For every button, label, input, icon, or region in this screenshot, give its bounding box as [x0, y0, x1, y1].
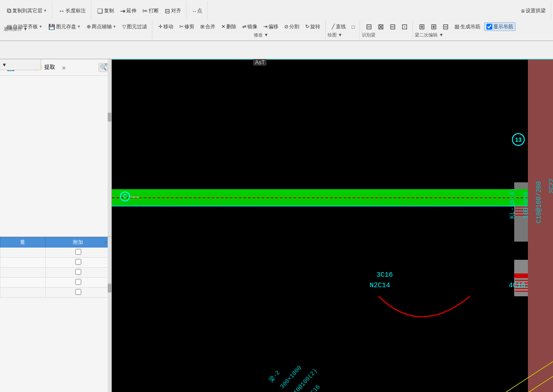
- beam-edit2-icon: ⊞: [431, 22, 437, 31]
- rotate-btn[interactable]: ↻ 旋转: [303, 22, 323, 31]
- trim-btn[interactable]: ✄ 修剪: [177, 22, 197, 31]
- two-point-icon: ⊕: [87, 24, 91, 30]
- extend-btn[interactable]: ⇥ 延伸: [118, 6, 139, 15]
- col1-cell: [0, 258, 46, 268]
- col2-cell[interactable]: [45, 288, 111, 298]
- panel-bottom-scrollbar[interactable]: [108, 237, 111, 392]
- show-stirrup-checkbox[interactable]: [486, 24, 492, 30]
- row1-checkbox[interactable]: [75, 249, 81, 255]
- offset-icon: ⇥: [263, 24, 267, 30]
- top-border-line: [112, 59, 553, 60]
- divide-btn[interactable]: ⊘ 分割: [282, 22, 302, 31]
- copy-to-other-btn[interactable]: ⧉ 复制到其它层 ▼: [5, 6, 49, 15]
- 300x600-label: 300×600: [522, 192, 530, 219]
- delete-icon: ✕: [221, 24, 225, 30]
- length-mark-icon: ↔: [58, 7, 65, 15]
- beam-edit3-btn[interactable]: ⊟: [440, 21, 451, 32]
- yellow-diagonal: [422, 319, 553, 392]
- kl16-label: KL-16(4): [509, 188, 516, 219]
- group-label-beam-edit: 梁二次编辑 ▼: [415, 32, 443, 38]
- two-point-axis-btn[interactable]: ⊕ 两点辅轴 ▼: [84, 22, 119, 31]
- table-row: [0, 288, 111, 298]
- bottom-scrollbar-thumb[interactable]: [108, 284, 111, 293]
- panel-more-btn[interactable]: »: [62, 64, 66, 71]
- col1-cell: [0, 288, 46, 298]
- recog-filter4-btn[interactable]: ⊡: [399, 21, 410, 32]
- row4-checkbox[interactable]: [75, 279, 81, 285]
- cad-canvas: KL-16(4) 300×600 C10@100/200 2C22 13 3C1…: [112, 59, 553, 392]
- trim-icon: ✄: [179, 24, 183, 30]
- beam-edit3-icon: ⊟: [443, 22, 449, 31]
- row3-checkbox[interactable]: [75, 269, 81, 275]
- set-beam-icon: ≡: [521, 7, 525, 15]
- c-circle-label: C: [120, 191, 130, 201]
- copy-icon: ❑: [97, 7, 103, 15]
- dropdown-arrow-icon: ▼: [43, 9, 47, 13]
- point-icon: ·∙: [193, 7, 196, 15]
- align-btn[interactable]: ⊟ 对齐: [162, 6, 183, 15]
- toolbar: ⧉ 复制到其它层 ▼ ↔ 长度标注 ❑ 复制 ⇥ 延伸: [0, 0, 553, 59]
- align-icon: ⊟: [165, 7, 170, 15]
- panel-top: × 💾 存档 📂 提取 » 🔍: [0, 59, 111, 237]
- axis-arrow-icon: ▼: [113, 25, 116, 29]
- row2-checkbox[interactable]: [75, 259, 81, 265]
- line-icon: ╱: [332, 24, 335, 30]
- mirror-icon: ⇌: [242, 24, 246, 30]
- beam-bottom-border: [112, 206, 528, 206]
- break-btn[interactable]: ✂ 打断: [140, 6, 161, 15]
- show-stirrup-btn[interactable]: 显示吊筋: [484, 22, 516, 31]
- col2-cell[interactable]: [45, 278, 111, 288]
- dropdown-row[interactable]: ▼: [0, 59, 41, 70]
- point-btn[interactable]: ·∙ 点: [190, 6, 204, 15]
- col1-cell: [0, 278, 46, 288]
- recog-icon1: ⊟: [366, 22, 372, 31]
- recog-filter2-btn[interactable]: ⊠: [376, 21, 386, 32]
- beam-edit1-btn[interactable]: ⊞: [417, 21, 427, 32]
- 2c22-label: 2C22: [548, 178, 553, 194]
- delete-btn[interactable]: ✕ 删除: [219, 22, 239, 31]
- beam-top-area: [112, 59, 528, 191]
- 4c18-label: 4C18: [509, 282, 525, 289]
- table-row: [0, 248, 111, 258]
- row5-checkbox[interactable]: [75, 289, 81, 295]
- length-mark-btn[interactable]: ↔ 长度标注: [56, 6, 88, 15]
- recog-filter1-btn[interactable]: ⊟: [364, 21, 374, 32]
- set-beam-btn[interactable]: ≡ 设置拱梁: [519, 6, 548, 15]
- offset-btn[interactable]: ⇥ 偏移: [261, 22, 281, 31]
- divide-icon: ⊘: [284, 24, 288, 30]
- graph-save-btn[interactable]: 💾 图元存盘 ▼: [46, 22, 83, 31]
- col2-cell[interactable]: [45, 268, 111, 278]
- group-label-draw: 绘图 ▼: [328, 32, 343, 38]
- graph-save-icon: 💾: [48, 24, 55, 30]
- rotate-icon: ↻: [305, 24, 309, 30]
- mirror-btn[interactable]: ⇌ 镜像: [240, 22, 260, 31]
- group-label-modify: 修改 ▼: [254, 32, 269, 38]
- col2-cell[interactable]: [45, 258, 111, 268]
- gen-stirrup-icon: ⊞: [454, 23, 459, 30]
- panel-top-scrollbar[interactable]: [108, 59, 111, 237]
- move-btn[interactable]: ✛ 移动: [156, 22, 176, 31]
- left-panel: × 💾 存档 📂 提取 » 🔍 × 量: [0, 59, 112, 392]
- cad-area[interactable]: KL-16(4) 300×600 C10@100/200 2C22 13 3C1…: [112, 59, 553, 392]
- recog-icon2: ⊠: [378, 22, 384, 31]
- merge-btn[interactable]: ⊞ 合并: [198, 22, 218, 31]
- gen-stirrup-btn[interactable]: ⊞ 生成吊筋: [452, 22, 483, 31]
- rect-btn[interactable]: □: [350, 23, 357, 31]
- centerline: [112, 197, 528, 198]
- c-connector-line: [130, 197, 139, 197]
- graph-filter-btn[interactable]: ▽ 图元过滤: [120, 22, 149, 31]
- copy-btn[interactable]: ❑ 复制: [95, 6, 116, 15]
- col2-cell[interactable]: [45, 248, 111, 258]
- svg-line-8: [445, 319, 553, 392]
- save-arrow-icon: ▼: [77, 25, 81, 29]
- scrollbar-thumb[interactable]: [108, 113, 111, 122]
- table-row: [0, 278, 111, 288]
- group-label-general: 通用操作 ▼: [4, 20, 28, 38]
- svg-line-7: [422, 319, 553, 392]
- recog-icon3: ⊟: [390, 22, 396, 31]
- panel-bottom: × 量 附加: [0, 237, 111, 392]
- beam-edit2-btn[interactable]: ⊞: [428, 21, 439, 32]
- recog-filter3-btn[interactable]: ⊟: [387, 21, 398, 32]
- line-btn[interactable]: ╱ 直线: [329, 22, 348, 31]
- table-row: [0, 258, 111, 268]
